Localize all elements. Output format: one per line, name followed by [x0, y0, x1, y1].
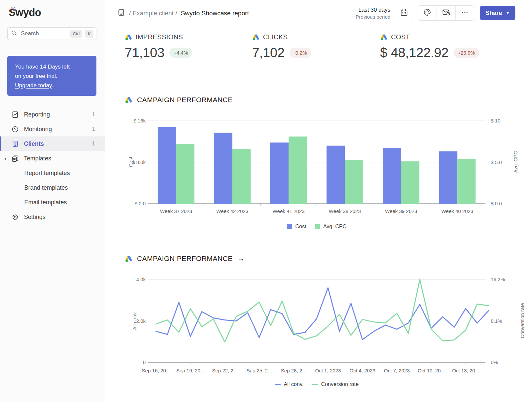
bar-cpc-4	[345, 160, 363, 204]
line-series-2	[156, 280, 489, 342]
bar-cost-1	[158, 127, 176, 204]
share-caret-icon: ▼	[506, 11, 510, 15]
sidebar-item-reporting[interactable]: Reporting1	[0, 107, 105, 122]
kpi-delta-badge: +4.4%	[169, 48, 192, 58]
upgrade-link[interactable]: Upgrade today	[15, 82, 52, 89]
legend-item-all-conv-[interactable]: All conv.	[275, 381, 303, 387]
bar-cpc-2	[232, 149, 251, 204]
swydo-app: Swydo Ctrl K You have 14 Days left on yo…	[0, 0, 532, 402]
sidebar-nav: Reporting1Monitoring1Clients1▾TemplatesR…	[0, 107, 105, 224]
search-icon	[11, 30, 17, 38]
breadcrumb-client[interactable]: / Example client /	[129, 10, 177, 17]
ellipsis-icon	[461, 8, 469, 18]
sidebar-subitem-label: Report templates	[24, 170, 70, 177]
x-axis-label: Sep 22, 2...	[205, 368, 245, 373]
sidebar-item-monitoring[interactable]: Monitoring1	[0, 122, 105, 136]
legend-label: Avg. CPC	[323, 224, 346, 230]
date-range-primary: Last 30 days	[356, 7, 390, 13]
drilldown-arrow-icon: →	[238, 255, 245, 263]
google-ads-icon	[125, 33, 132, 41]
monitoring-icon	[11, 125, 19, 133]
report-toolbar	[418, 5, 474, 21]
chart-legend: All conv.Conversion rate	[148, 381, 485, 387]
swydo-logo: Swydo	[9, 7, 41, 19]
shortcut-key-k: K	[85, 30, 93, 38]
bar-chart-title-text: CAMPAIGN PERFORMANCE	[137, 96, 233, 104]
right-axis-title: Conversion rate	[519, 303, 525, 338]
sidebar-item-count: 1	[92, 126, 95, 132]
bar-cpc-1	[176, 144, 195, 204]
legend-label: Cost	[295, 224, 306, 230]
bar-cost-6	[439, 151, 457, 204]
templates-icon	[11, 155, 19, 162]
y-axis-tick-right: $ 10	[491, 118, 500, 123]
kpi-label: IMPRESSIONS	[136, 33, 183, 41]
settings-icon	[11, 213, 19, 221]
x-axis-label: Oct 13, 20...	[446, 368, 486, 373]
sidebar-item-label: Clients	[24, 140, 44, 147]
kpi-value-row: $ 48,122.92+29.9%	[380, 45, 479, 60]
client-building-icon	[117, 8, 125, 18]
right-axis-title: Avg. CPC	[513, 151, 518, 173]
breadcrumb-report-title: Swydo Showcase report	[181, 10, 249, 17]
trial-banner-suffix: .	[52, 82, 53, 89]
y-axis-tick-right: $ 5.0	[491, 159, 502, 165]
sidebar-subitem-report-templates[interactable]: Report templates	[0, 166, 105, 180]
legend-item-cost[interactable]: Cost	[287, 224, 306, 230]
kpi-value-row: 7,102-0.2%	[252, 45, 311, 60]
sidebar-item-count: 1	[92, 141, 95, 147]
calendar-button[interactable]	[396, 6, 412, 20]
legend-swatch	[315, 224, 320, 229]
line-series-1	[156, 288, 489, 340]
bar-cost-3	[270, 142, 289, 204]
search-box[interactable]: Ctrl K	[7, 27, 96, 40]
x-axis-label: Week 40 2023	[431, 208, 484, 214]
palette-icon	[423, 8, 432, 18]
sidebar: Swydo Ctrl K You have 14 Days left on yo…	[0, 0, 105, 402]
legend-label: All conv.	[284, 381, 303, 387]
theme-button[interactable]	[418, 6, 437, 20]
y-axis-tick-left: $ 0.0	[122, 201, 146, 206]
sidebar-item-templates[interactable]: ▾Templates	[0, 151, 105, 166]
sidebar-subitem-brand-templates[interactable]: Brand templates	[0, 180, 105, 195]
google-ads-icon	[252, 33, 260, 41]
sidebar-subitem-email-templates[interactable]: Email templates	[0, 195, 105, 210]
kpi-label: CLICKS	[263, 33, 288, 41]
date-range-selector[interactable]: Last 30 days Previous period	[356, 7, 390, 20]
bar-cost-2	[214, 133, 232, 204]
trial-banner: You have 14 Days left on your free trial…	[7, 56, 96, 96]
x-axis-label: Oct 1, 2023	[308, 368, 348, 373]
trial-banner-line1: You have 14 Days left	[15, 62, 96, 72]
kpi-label: COST	[391, 33, 410, 41]
x-axis-label: Week 37 2023	[150, 208, 203, 214]
x-axis-label: Sep 25, 2...	[239, 368, 279, 373]
shortcut-key-ctrl: Ctrl	[70, 30, 82, 38]
schedule-email-button[interactable]	[437, 6, 455, 20]
google-ads-icon	[125, 255, 133, 263]
y-axis-tick-left: 0	[122, 359, 146, 365]
sidebar-item-label: Settings	[24, 214, 46, 221]
expand-caret-icon[interactable]: ▾	[4, 156, 7, 161]
sidebar-item-settings[interactable]: Settings	[0, 210, 105, 224]
line-chart-title[interactable]: CAMPAIGN PERFORMANCE →	[125, 255, 245, 263]
x-axis-label: Oct 7, 2023	[377, 368, 417, 373]
legend-swatch	[287, 224, 292, 229]
sidebar-item-label: Templates	[24, 155, 51, 162]
legend-item-conversion-rate[interactable]: Conversion rate	[312, 381, 359, 387]
share-button[interactable]: Share ▼	[480, 6, 515, 20]
sidebar-item-label: Reporting	[24, 111, 50, 118]
x-axis-label: Week 39 2023	[374, 208, 428, 214]
sidebar-subitem-label: Brand templates	[24, 184, 68, 191]
bar-cost-5	[383, 148, 401, 204]
sidebar-item-clients[interactable]: Clients1	[0, 136, 105, 151]
kpi-cost: COST$ 48,122.92+29.9%	[380, 33, 479, 60]
bar-cpc-6	[457, 159, 475, 204]
legend-item-avg-cpc[interactable]: Avg. CPC	[315, 224, 346, 230]
trial-banner-line2: on your free trial.	[15, 72, 96, 81]
kpi-value: $ 48,122.92	[380, 45, 449, 60]
legend-swatch	[312, 384, 318, 385]
chart-legend: CostAvg. CPC	[148, 224, 485, 230]
more-options-button[interactable]	[455, 6, 474, 20]
search-input[interactable]	[20, 30, 67, 37]
kpi-impressions: IMPRESSIONS71,103+4.4%	[125, 33, 192, 60]
